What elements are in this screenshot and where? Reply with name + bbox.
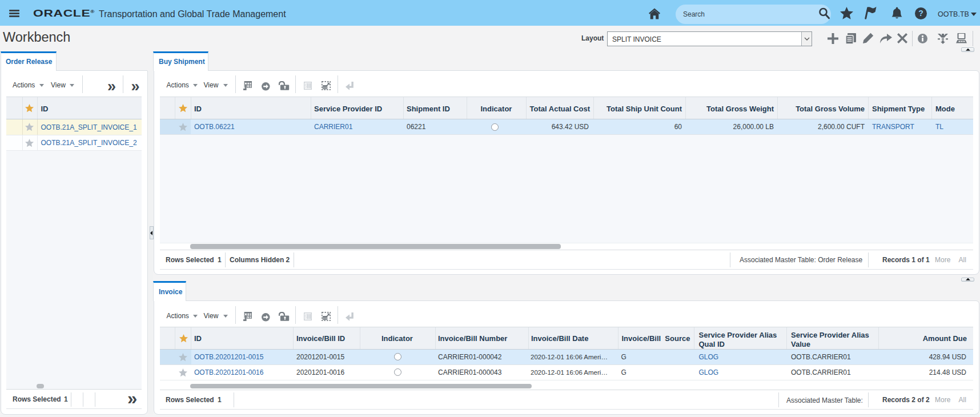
svg-text:?: ? (918, 9, 923, 18)
